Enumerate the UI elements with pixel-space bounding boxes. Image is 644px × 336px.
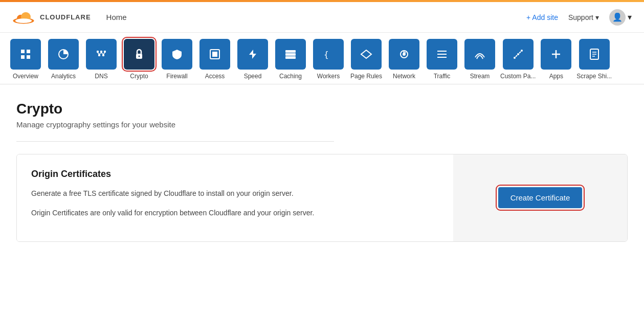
nav-tab-custom-pages[interactable]: Custom Pa...	[500, 39, 536, 84]
card-title: Origin Certificates	[31, 169, 439, 180]
user-chevron-icon: ▾	[628, 12, 632, 22]
support-button[interactable]: Support ▾	[568, 13, 599, 21]
nav-tab-label-network: Network	[393, 73, 415, 80]
nav-tab-label-scrape-shield: Scrape Shi...	[576, 73, 612, 80]
nav-tab-label-traffic: Traffic	[434, 73, 451, 80]
nav-tab-icon-scrape-shield	[579, 39, 610, 70]
svg-line-15	[99, 53, 101, 54]
nav-tab-label-firewall: Firewall	[166, 73, 187, 80]
nav-tab-analytics[interactable]: Analytics	[46, 39, 81, 84]
nav-tab-label-workers: Workers	[317, 73, 340, 80]
header-nav: Home	[106, 13, 527, 21]
nav-tab-label-custom-pages: Custom Pa...	[500, 73, 536, 80]
svg-line-16	[101, 53, 103, 54]
cloudflare-logo-icon	[12, 10, 35, 25]
page-title: Crypto	[16, 101, 628, 117]
svg-marker-27	[361, 50, 371, 58]
nav-tab-label-apps: Apps	[549, 73, 563, 80]
nav-tab-dns[interactable]: DNS	[84, 39, 119, 84]
nav-tab-firewall[interactable]: Firewall	[160, 39, 194, 84]
svg-rect-12	[98, 54, 100, 56]
nav-tab-page-rules[interactable]: Page Rules	[349, 39, 384, 84]
nav-tab-icon-page-rules	[351, 39, 382, 70]
nav-tab-workers[interactable]: { }Workers	[311, 39, 346, 84]
nav-tab-icon-apps	[541, 39, 571, 70]
support-chevron-icon: ▾	[595, 13, 599, 21]
avatar: 👤	[609, 9, 626, 26]
nav-tab-icon-caching	[275, 39, 306, 70]
nav-tab-network[interactable]: Network	[387, 39, 421, 84]
nav-tab-caching[interactable]: Caching	[273, 39, 308, 84]
nav-tab-icon-crypto	[124, 39, 154, 70]
nav-tab-traffic[interactable]: Traffic	[425, 39, 459, 84]
nav-tab-icon-firewall	[162, 39, 192, 70]
add-site-button[interactable]: + Add site	[526, 13, 558, 21]
nav-tab-label-access: Access	[205, 73, 225, 80]
svg-rect-6	[21, 55, 25, 59]
nav-tab-access[interactable]: Access	[197, 39, 232, 84]
svg-point-19	[139, 56, 140, 57]
svg-rect-7	[27, 55, 30, 59]
svg-rect-5	[27, 50, 30, 53]
logo-area: CLOUDFLARE	[12, 10, 91, 25]
nav-tab-icon-speed	[237, 39, 268, 70]
support-label: Support	[568, 13, 593, 21]
svg-line-17	[103, 53, 105, 54]
logo-text: CLOUDFLARE	[40, 13, 91, 21]
nav-tab-icon-dns	[86, 39, 117, 70]
nav-tab-speed[interactable]: Speed	[235, 39, 270, 84]
card-right: Create Certificate	[453, 154, 627, 241]
nav-tab-stream[interactable]: Stream	[462, 39, 497, 84]
nav-tab-label-crypto: Crypto	[130, 73, 148, 80]
origin-certificates-card: Origin Certificates Generate a free TLS …	[16, 154, 628, 242]
nav-tab-label-overview: Overview	[13, 73, 38, 80]
svg-marker-22	[249, 50, 256, 59]
svg-line-14	[98, 53, 99, 54]
svg-rect-21	[212, 52, 217, 57]
svg-rect-9	[97, 51, 99, 53]
svg-point-34	[517, 53, 519, 55]
nav-tab-icon-custom-pages	[503, 39, 534, 70]
nav-tab-icon-access	[199, 39, 230, 70]
svg-point-3	[15, 18, 32, 23]
nav-tab-apps[interactable]: Apps	[539, 39, 573, 84]
card-left: Origin Certificates Generate a free TLS …	[17, 154, 453, 241]
svg-point-35	[521, 50, 523, 52]
create-certificate-button[interactable]: Create Certificate	[498, 187, 583, 208]
nav-tab-scrape-shield[interactable]: Scrape Shi...	[576, 39, 612, 84]
nav-tab-label-page-rules: Page Rules	[350, 73, 382, 80]
nav-tab-label-caching: Caching	[279, 73, 302, 80]
nav-tabs-container: OverviewAnalyticsDNSCryptoFirewallAccess…	[0, 33, 644, 84]
nav-tab-label-speed: Speed	[244, 73, 262, 80]
nav-tab-icon-network	[389, 39, 419, 70]
svg-rect-13	[102, 54, 104, 56]
svg-rect-10	[100, 51, 102, 53]
svg-text:{ }: { }	[324, 50, 335, 59]
nav-tab-label-stream: Stream	[470, 73, 490, 80]
svg-rect-11	[104, 51, 106, 53]
card-text-1: Generate a free TLS certificate signed b…	[31, 188, 439, 199]
header: CLOUDFLARE Home + Add site Support ▾ 👤 ▾	[0, 2, 644, 33]
svg-rect-4	[21, 50, 25, 53]
page-subtitle: Manage cryptography settings for your we…	[16, 120, 628, 129]
nav-tab-icon-stream	[464, 39, 495, 70]
header-right: + Add site Support ▾ 👤 ▾	[526, 9, 632, 26]
nav-tabs: OverviewAnalyticsDNSCryptoFirewallAccess…	[8, 39, 636, 84]
user-button[interactable]: 👤 ▾	[609, 9, 632, 26]
nav-tab-icon-overview	[10, 39, 41, 70]
nav-tab-crypto[interactable]: Crypto	[122, 39, 157, 84]
nav-tab-label-analytics: Analytics	[51, 73, 76, 80]
svg-point-33	[514, 57, 516, 59]
svg-line-36	[516, 55, 517, 57]
home-link[interactable]: Home	[106, 13, 127, 21]
svg-rect-25	[285, 56, 296, 59]
nav-tab-label-dns: DNS	[95, 73, 107, 80]
svg-line-37	[519, 52, 521, 53]
page-content: Crypto Manage cryptography settings for …	[0, 84, 644, 242]
svg-rect-23	[285, 50, 296, 53]
nav-tab-icon-traffic	[427, 39, 457, 70]
card-text-2: Origin Certificates are only valid for e…	[31, 207, 439, 218]
nav-tab-icon-workers: { }	[313, 39, 344, 70]
nav-tab-overview[interactable]: Overview	[8, 39, 43, 84]
nav-tab-icon-analytics	[48, 39, 79, 70]
